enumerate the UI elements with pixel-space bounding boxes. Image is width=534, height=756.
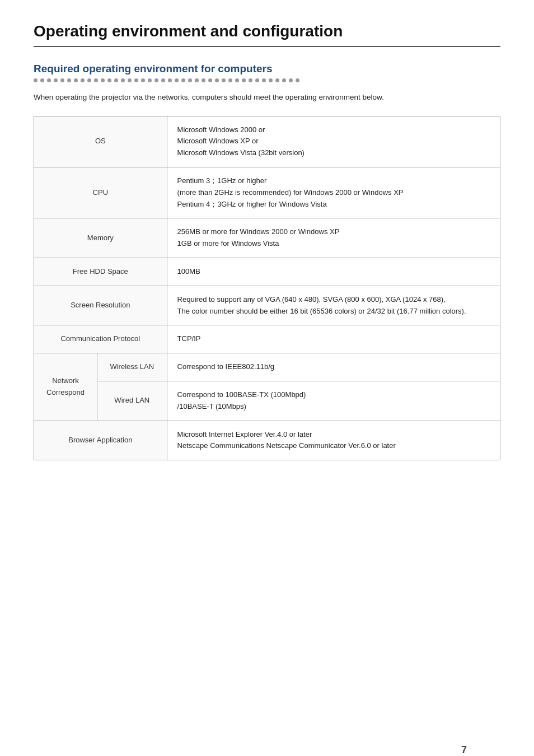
memory-value: 256MB or more for Windows 2000 or Window… (167, 218, 500, 258)
decorative-dot (235, 78, 239, 82)
decorative-dot (107, 78, 111, 82)
comm-protocol-value: TCP/IP (167, 325, 500, 353)
hdd-label: Free HDD Space (34, 258, 167, 286)
decorative-dot (87, 78, 91, 82)
decorative-dot (275, 78, 279, 82)
browser-value: Microsoft Internet Explorer Ver.4.0 or l… (167, 421, 500, 460)
decorative-dot (121, 78, 125, 82)
decorative-dot (228, 78, 232, 82)
table-row-browser: Browser Application Microsoft Internet E… (34, 421, 500, 460)
page-title: Operating environment and configuration (34, 22, 500, 47)
cpu-value: Pentium 3；1GHz or higher(more than 2GHz … (167, 167, 500, 218)
decorative-dot (54, 78, 58, 82)
browser-label: Browser Application (34, 421, 167, 460)
decorative-dot (141, 78, 145, 82)
table-row: Screen Resolution Required to support an… (34, 286, 500, 325)
decorative-dot (255, 78, 259, 82)
hdd-value: 100MB (167, 258, 500, 286)
decorative-dot (208, 78, 212, 82)
memory-label: Memory (34, 218, 167, 258)
decorative-dots (34, 78, 500, 82)
decorative-dot (67, 78, 71, 82)
wireless-lan-label: Wireless LAN (97, 353, 167, 381)
comm-protocol-label: Communication Protocol (34, 325, 167, 353)
decorative-dot (195, 78, 199, 82)
decorative-dot (215, 78, 219, 82)
page-number: 7 (461, 744, 467, 756)
table-row: Memory 256MB or more for Windows 2000 or… (34, 218, 500, 258)
table-row: Free HDD Space 100MB (34, 258, 500, 286)
decorative-dot (168, 78, 172, 82)
decorative-dot (242, 78, 246, 82)
decorative-dot (289, 78, 293, 82)
decorative-dot (282, 78, 286, 82)
table-row: Communication Protocol TCP/IP (34, 325, 500, 353)
screen-res-label: Screen Resolution (34, 286, 167, 325)
table-row: OS Microsoft Windows 2000 orMicrosoft Wi… (34, 116, 500, 167)
table-row: CPU Pentium 3；1GHz or higher(more than 2… (34, 167, 500, 218)
decorative-dot (296, 78, 299, 82)
decorative-dot (181, 78, 185, 82)
decorative-dot (249, 78, 252, 82)
decorative-dot (94, 78, 98, 82)
wired-lan-value: Correspond to 100BASE-TX (100Mbpd)/10BAS… (167, 381, 500, 421)
os-label: OS (34, 116, 167, 167)
decorative-dot (222, 78, 226, 82)
screen-res-value: Required to support any of VGA (640 x 48… (167, 286, 500, 325)
decorative-dot (101, 78, 105, 82)
decorative-dot (134, 78, 138, 82)
decorative-dot (81, 78, 85, 82)
table-row-wireless: Network Correspond Wireless LAN Correspo… (34, 353, 500, 381)
decorative-dot (128, 78, 132, 82)
decorative-dot (154, 78, 158, 82)
decorative-dot (114, 78, 118, 82)
wired-lan-label: Wired LAN (97, 381, 167, 421)
decorative-dot (175, 78, 179, 82)
decorative-dot (262, 78, 266, 82)
decorative-dot (34, 78, 38, 82)
decorative-dot (269, 78, 273, 82)
decorative-dot (60, 78, 64, 82)
decorative-dot (161, 78, 165, 82)
decorative-dot (47, 78, 51, 82)
requirements-table: OS Microsoft Windows 2000 orMicrosoft Wi… (34, 116, 500, 461)
decorative-dot (188, 78, 192, 82)
decorative-dot (40, 78, 44, 82)
decorative-dot (148, 78, 152, 82)
network-label: Network Correspond (34, 353, 97, 421)
os-value: Microsoft Windows 2000 orMicrosoft Windo… (167, 116, 500, 167)
table-row-wired: Wired LAN Correspond to 100BASE-TX (100M… (34, 381, 500, 421)
intro-text: When operating the projector via the net… (34, 91, 500, 104)
wireless-lan-value: Correspond to IEEE802.11b/g (167, 353, 500, 381)
section-title: Required operating environment for compu… (34, 63, 500, 75)
decorative-dot (74, 78, 78, 82)
decorative-dot (202, 78, 205, 82)
cpu-label: CPU (34, 167, 167, 218)
